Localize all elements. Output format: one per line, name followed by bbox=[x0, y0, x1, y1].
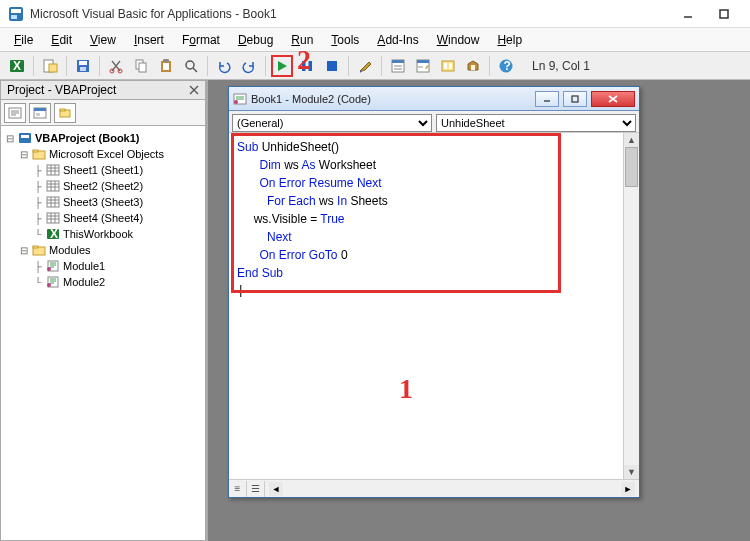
callout-2: 2 bbox=[297, 44, 311, 76]
object-browser-button[interactable] bbox=[437, 55, 459, 77]
menu-window[interactable]: Window bbox=[429, 31, 488, 49]
toggle-folders-button[interactable] bbox=[54, 103, 76, 123]
menu-file[interactable]: File bbox=[6, 31, 41, 49]
redo-button[interactable] bbox=[238, 55, 260, 77]
svg-line-20 bbox=[193, 68, 197, 72]
project-explorer-close-button[interactable] bbox=[189, 85, 199, 95]
menu-view[interactable]: View bbox=[82, 31, 124, 49]
tree-thisworkbook[interactable]: └XThisWorkbook bbox=[3, 226, 203, 242]
procedure-view-button[interactable]: ≡ bbox=[229, 481, 247, 497]
menu-debug[interactable]: Debug bbox=[230, 31, 281, 49]
scroll-down-icon[interactable]: ▼ bbox=[624, 465, 639, 479]
svg-rect-30 bbox=[418, 66, 423, 68]
code-window-maximize-button[interactable] bbox=[563, 91, 587, 107]
scroll-right-icon[interactable]: ► bbox=[621, 482, 635, 496]
menu-help[interactable]: Help bbox=[489, 31, 530, 49]
procedure-dropdown[interactable]: UnhideSheet bbox=[436, 114, 636, 132]
svg-point-78 bbox=[47, 267, 51, 271]
code-window-body: Sub UnhideSheet() Dim ws As Worksheet On… bbox=[229, 133, 639, 479]
workspace: Project - VBAProject ⊟ VBAProject (Book1… bbox=[0, 80, 750, 541]
reset-button[interactable] bbox=[321, 55, 343, 77]
tree-sheet2[interactable]: ├Sheet2 (Sheet2) bbox=[3, 178, 203, 194]
svg-rect-1 bbox=[11, 9, 21, 13]
svg-rect-49 bbox=[33, 150, 38, 152]
svg-rect-32 bbox=[444, 63, 447, 69]
tree-sheet3[interactable]: ├Sheet3 (Sheet3) bbox=[3, 194, 203, 210]
scroll-left-icon[interactable]: ◄ bbox=[269, 482, 283, 496]
folder-icon bbox=[31, 243, 47, 257]
tree-sheet1[interactable]: ├Sheet1 (Sheet1) bbox=[3, 162, 203, 178]
horizontal-scrollbar[interactable]: ◄ ► bbox=[269, 482, 635, 496]
cursor-position: Ln 9, Col 1 bbox=[532, 59, 590, 73]
module-icon bbox=[45, 259, 61, 273]
properties-window-button[interactable] bbox=[412, 55, 434, 77]
code-window-titlebar[interactable]: Book1 - Module2 (Code) bbox=[229, 87, 639, 111]
design-mode-button[interactable] bbox=[354, 55, 376, 77]
svg-rect-42 bbox=[34, 108, 46, 111]
toolbar-separator bbox=[381, 56, 382, 76]
toolbox-button[interactable] bbox=[462, 55, 484, 77]
svg-rect-4 bbox=[720, 10, 728, 18]
toolbar-separator bbox=[489, 56, 490, 76]
code-editor[interactable]: Sub UnhideSheet() Dim ws As Worksheet On… bbox=[229, 133, 623, 479]
folder-icon bbox=[31, 147, 47, 161]
svg-rect-65 bbox=[47, 213, 59, 223]
svg-rect-18 bbox=[163, 59, 169, 62]
code-window-minimize-button[interactable] bbox=[535, 91, 559, 107]
code-window-close-button[interactable] bbox=[591, 91, 635, 107]
menu-insert[interactable]: Insert bbox=[126, 31, 172, 49]
tree-modules-folder[interactable]: ⊟Modules bbox=[3, 242, 203, 258]
tree-module1[interactable]: ├Module1 bbox=[3, 258, 203, 274]
run-sub-button[interactable] bbox=[271, 55, 293, 77]
insert-module-button[interactable] bbox=[39, 55, 61, 77]
svg-point-83 bbox=[47, 283, 51, 287]
vba-project-icon bbox=[17, 131, 33, 145]
save-button[interactable] bbox=[72, 55, 94, 77]
toolbar-separator bbox=[33, 56, 34, 76]
window-maximize-button[interactable] bbox=[706, 3, 742, 25]
tree-root[interactable]: ⊟ VBAProject (Book1) bbox=[3, 130, 203, 146]
mdi-client-area: Book1 - Module2 (Code) (General) UnhideS… bbox=[208, 80, 750, 541]
scroll-up-icon[interactable]: ▲ bbox=[624, 133, 639, 147]
project-explorer-title: Project - VBAProject bbox=[0, 80, 206, 100]
toolbar-separator bbox=[99, 56, 100, 76]
full-module-view-button[interactable]: ☰ bbox=[247, 481, 265, 497]
svg-rect-25 bbox=[392, 60, 404, 63]
toolbar: X ? Ln 9, Col 1 2 bbox=[0, 52, 750, 80]
undo-button[interactable] bbox=[213, 55, 235, 77]
svg-rect-55 bbox=[47, 181, 59, 191]
scroll-thumb[interactable] bbox=[625, 147, 638, 187]
tree-excel-objects-folder[interactable]: ⊟ Microsoft Excel Objects bbox=[3, 146, 203, 162]
window-minimize-button[interactable] bbox=[670, 3, 706, 25]
view-code-button[interactable] bbox=[4, 103, 26, 123]
menu-format[interactable]: Format bbox=[174, 31, 228, 49]
toolbar-separator bbox=[265, 56, 266, 76]
svg-text:?: ? bbox=[504, 59, 511, 73]
svg-rect-31 bbox=[442, 61, 454, 71]
view-object-button[interactable] bbox=[29, 103, 51, 123]
menu-addins[interactable]: Add-Ins bbox=[369, 31, 426, 49]
svg-rect-43 bbox=[36, 113, 40, 116]
menubar: File Edit View Insert Format Debug Run T… bbox=[0, 28, 750, 52]
find-button[interactable] bbox=[180, 55, 202, 77]
svg-rect-73 bbox=[33, 246, 38, 248]
cut-button[interactable] bbox=[105, 55, 127, 77]
svg-rect-29 bbox=[417, 60, 429, 63]
tree-module2[interactable]: └Module2 bbox=[3, 274, 203, 290]
svg-rect-50 bbox=[47, 165, 59, 175]
toolbar-separator bbox=[207, 56, 208, 76]
copy-button[interactable] bbox=[130, 55, 152, 77]
project-explorer-button[interactable] bbox=[387, 55, 409, 77]
vba-app-icon bbox=[8, 6, 24, 22]
svg-rect-89 bbox=[572, 96, 578, 102]
object-dropdown[interactable]: (General) bbox=[232, 114, 432, 132]
paste-button[interactable] bbox=[155, 55, 177, 77]
view-excel-button[interactable]: X bbox=[6, 55, 28, 77]
help-button[interactable]: ? bbox=[495, 55, 517, 77]
project-tree[interactable]: ⊟ VBAProject (Book1) ⊟ Microsoft Excel O… bbox=[0, 126, 206, 541]
menu-tools[interactable]: Tools bbox=[323, 31, 367, 49]
vertical-scrollbar[interactable]: ▲ ▼ bbox=[623, 133, 639, 479]
menu-edit[interactable]: Edit bbox=[43, 31, 80, 49]
svg-rect-47 bbox=[21, 135, 29, 138]
tree-sheet4[interactable]: ├Sheet4 (Sheet4) bbox=[3, 210, 203, 226]
